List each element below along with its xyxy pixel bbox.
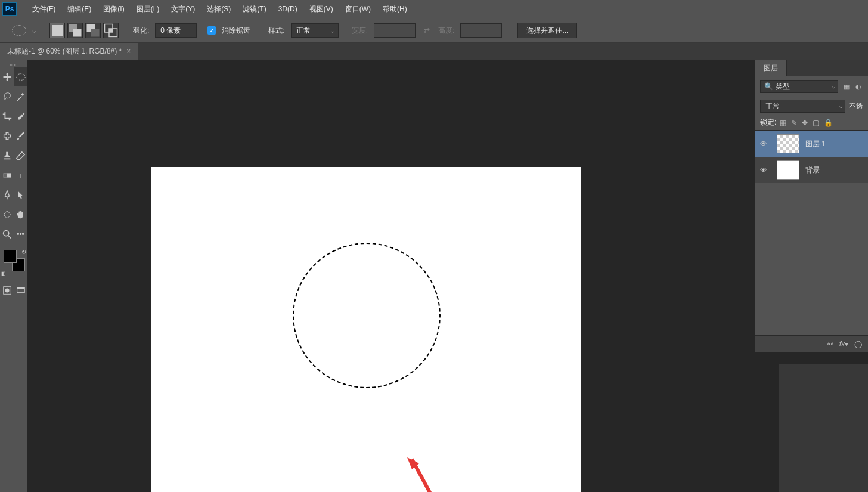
blend-mode-dropdown[interactable]: 正常 <box>760 100 845 113</box>
stamp-tool[interactable] <box>0 146 14 165</box>
default-colors-icon[interactable]: ◧ <box>1 271 6 276</box>
toolbar-handle[interactable]: ▸▸ <box>0 62 27 67</box>
layer-list: 👁 图层 1 👁 背景 <box>755 131 868 183</box>
foreground-color[interactable] <box>4 250 17 263</box>
visibility-icon[interactable]: 👁 <box>760 140 771 148</box>
height-label: 高度: <box>438 26 454 36</box>
document-tabbar: 未标题-1 @ 60% (图层 1, RGB/8#) * × <box>0 43 868 60</box>
layers-panel: 图层 🔍 类型 ▦ ◐ 正常 不透 锁定: ▦ ✎ ✥ ▢ 🔒 <box>755 60 868 352</box>
menu-select[interactable]: 选择(S) <box>201 1 237 18</box>
layers-tab[interactable]: 图层 <box>755 60 787 76</box>
svg-point-14 <box>5 288 9 292</box>
layer-item[interactable]: 👁 背景 <box>755 157 868 183</box>
filter-label: 类型 <box>776 82 790 92</box>
svg-rect-10 <box>3 173 7 177</box>
navigator-panel <box>779 364 868 492</box>
filter-pixel-icon[interactable]: ▦ <box>842 82 851 91</box>
screenmode-tool[interactable] <box>14 282 27 299</box>
lasso-tool[interactable] <box>0 86 14 106</box>
shape-tool[interactable] <box>0 205 14 224</box>
crop-tool[interactable] <box>0 106 14 126</box>
magic-wand-tool[interactable] <box>14 86 27 106</box>
selmode-subtract[interactable] <box>85 23 101 38</box>
more-tools[interactable]: ••• <box>14 224 27 244</box>
path-select-tool[interactable] <box>14 185 27 205</box>
options-bar: ⌵ 羽化: ✓ 消除锯齿 样式: 正常 宽度: ⇄ 高度: 选择并遮住... <box>0 18 868 43</box>
menu-view[interactable]: 视图(V) <box>303 1 339 18</box>
feather-label: 羽化: <box>133 26 149 36</box>
selection-mode-group <box>49 23 119 38</box>
lock-all-icon[interactable]: 🔒 <box>824 119 833 127</box>
workspace: ▸▸ T ••• ↻ ◧ <box>0 60 868 492</box>
layer-thumbnail[interactable] <box>777 160 799 180</box>
menu-file[interactable]: 文件(F) <box>26 1 61 18</box>
healing-tool[interactable] <box>0 126 14 146</box>
zoom-tool[interactable] <box>0 224 14 244</box>
style-dropdown[interactable]: 正常 <box>291 23 339 38</box>
lock-artboard-icon[interactable]: ▢ <box>813 119 819 127</box>
menu-window[interactable]: 窗口(W) <box>339 1 377 18</box>
svg-rect-16 <box>17 287 24 289</box>
app-logo: Ps <box>2 2 17 16</box>
menu-filter[interactable]: 滤镜(T) <box>237 1 272 18</box>
svg-rect-0 <box>52 25 63 36</box>
toolbar: ▸▸ T ••• ↻ ◧ <box>0 60 27 492</box>
menu-layer[interactable]: 图层(L) <box>131 1 166 18</box>
style-label: 样式: <box>268 26 284 36</box>
canvas-area[interactable] <box>27 60 868 492</box>
marquee-tool[interactable] <box>14 67 27 86</box>
menu-image[interactable]: 图像(I) <box>97 1 130 18</box>
menu-type[interactable]: 文字(Y) <box>165 1 201 18</box>
quickmask-tool[interactable] <box>0 282 14 299</box>
antialias-checkbox[interactable]: ✓ <box>207 26 216 35</box>
link-layers-icon[interactable]: ⚯ <box>827 340 833 348</box>
menu-edit[interactable]: 编辑(E) <box>61 1 97 18</box>
selmode-add[interactable] <box>67 23 83 38</box>
tool-dropdown-icon[interactable]: ⌵ <box>32 26 36 35</box>
pen-tool[interactable] <box>0 185 14 205</box>
width-label: 宽度: <box>352 26 368 36</box>
svg-point-12 <box>3 230 8 236</box>
brush-tool[interactable] <box>14 126 27 146</box>
svg-text:T: T <box>18 172 23 179</box>
current-tool-icon[interactable] <box>12 25 26 36</box>
layer-name[interactable]: 背景 <box>805 165 820 175</box>
swap-colors-icon[interactable]: ↻ <box>21 249 26 255</box>
move-tool[interactable] <box>0 67 14 86</box>
antialias-label: 消除锯齿 <box>222 26 250 36</box>
layer-fx-icon[interactable]: fx▾ <box>839 340 848 348</box>
svg-rect-7 <box>109 29 113 32</box>
svg-rect-2 <box>73 29 82 37</box>
filter-adjust-icon[interactable]: ◐ <box>854 82 863 91</box>
layer-name[interactable]: 图层 1 <box>805 139 826 149</box>
lock-label: 锁定: <box>760 117 776 128</box>
layer-actions: ⚯ fx▾ ◯ <box>755 335 868 352</box>
lock-position-icon[interactable]: ✥ <box>802 119 808 127</box>
layer-mask-icon[interactable]: ◯ <box>854 340 862 348</box>
visibility-icon[interactable]: 👁 <box>760 166 771 174</box>
eyedropper-tool[interactable] <box>14 106 27 126</box>
svg-rect-4 <box>91 29 100 37</box>
lock-pixels-icon[interactable]: ✎ <box>791 119 797 127</box>
gradient-tool[interactable] <box>0 165 14 185</box>
type-tool[interactable]: T <box>14 165 27 185</box>
layer-thumbnail[interactable] <box>777 134 799 153</box>
tab-close-icon[interactable]: × <box>126 47 131 55</box>
feather-input[interactable] <box>155 23 197 38</box>
document-tab[interactable]: 未标题-1 @ 60% (图层 1, RGB/8#) * × <box>0 43 138 60</box>
selmode-new[interactable] <box>49 23 65 38</box>
selmode-intersect[interactable] <box>103 23 119 38</box>
color-wells: ↻ ◧ <box>0 247 27 277</box>
annotation-arrow <box>406 456 442 492</box>
layer-item[interactable]: 👁 图层 1 <box>755 131 868 157</box>
select-and-mask-button[interactable]: 选择并遮住... <box>517 23 577 38</box>
menu-3d[interactable]: 3D(D) <box>272 1 303 17</box>
layer-filter-dropdown[interactable]: 🔍 类型 <box>760 80 838 93</box>
menubar: Ps 文件(F) 编辑(E) 图像(I) 图层(L) 文字(Y) 选择(S) 滤… <box>0 0 868 18</box>
opacity-label: 不透 <box>849 101 863 112</box>
lock-transparent-icon[interactable]: ▦ <box>780 119 786 127</box>
eraser-tool[interactable] <box>14 146 27 165</box>
hand-tool[interactable] <box>14 205 27 224</box>
elliptical-selection <box>293 243 441 388</box>
menu-help[interactable]: 帮助(H) <box>377 1 413 18</box>
